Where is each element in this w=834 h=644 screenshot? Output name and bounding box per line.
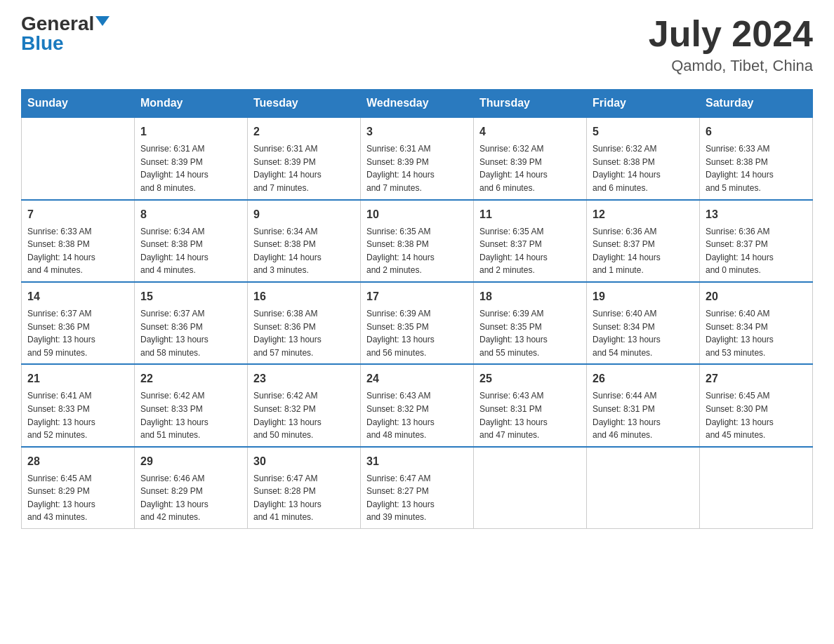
day-number: 13	[706, 206, 807, 223]
day-number: 1	[140, 123, 241, 140]
day-info-text: Sunrise: 6:45 AM Sunset: 8:30 PM Dayligh…	[706, 389, 807, 441]
day-number: 4	[479, 123, 581, 140]
day-info-text: Sunrise: 6:37 AM Sunset: 8:36 PM Dayligh…	[140, 307, 241, 359]
day-info-text: Sunrise: 6:45 AM Sunset: 8:29 PM Dayligh…	[27, 472, 128, 524]
calendar-day-cell: 22Sunrise: 6:42 AM Sunset: 8:33 PM Dayli…	[135, 364, 248, 446]
day-info-text: Sunrise: 6:37 AM Sunset: 8:36 PM Dayligh…	[27, 307, 128, 359]
calendar-day-cell: 25Sunrise: 6:43 AM Sunset: 8:31 PM Dayli…	[474, 364, 587, 446]
day-info-text: Sunrise: 6:42 AM Sunset: 8:32 PM Dayligh…	[253, 389, 355, 441]
day-number: 2	[253, 123, 355, 140]
month-year-title: July 2024	[649, 14, 813, 54]
day-number: 17	[366, 288, 468, 305]
calendar-day-cell: 10Sunrise: 6:35 AM Sunset: 8:38 PM Dayli…	[361, 200, 474, 282]
day-info-text: Sunrise: 6:39 AM Sunset: 8:35 PM Dayligh…	[479, 307, 581, 359]
day-info-text: Sunrise: 6:38 AM Sunset: 8:36 PM Dayligh…	[253, 307, 355, 359]
day-number: 15	[140, 288, 241, 305]
calendar-day-cell: 2Sunrise: 6:31 AM Sunset: 8:39 PM Daylig…	[248, 117, 361, 199]
day-number: 30	[253, 453, 355, 470]
calendar-day-cell: 29Sunrise: 6:46 AM Sunset: 8:29 PM Dayli…	[135, 447, 248, 529]
day-number: 10	[366, 206, 468, 223]
logo-general-text: General	[21, 14, 94, 34]
calendar-day-cell: 19Sunrise: 6:40 AM Sunset: 8:34 PM Dayli…	[587, 282, 700, 364]
calendar-day-cell: 3Sunrise: 6:31 AM Sunset: 8:39 PM Daylig…	[361, 117, 474, 199]
calendar-day-cell: 7Sunrise: 6:33 AM Sunset: 8:38 PM Daylig…	[22, 200, 135, 282]
day-number: 22	[140, 370, 241, 387]
title-section: July 2024 Qamdo, Tibet, China	[649, 14, 813, 75]
day-of-week-header: Friday	[587, 90, 700, 118]
day-number: 29	[140, 453, 241, 470]
calendar-week-row: 21Sunrise: 6:41 AM Sunset: 8:33 PM Dayli…	[22, 364, 813, 446]
calendar-day-cell: 1Sunrise: 6:31 AM Sunset: 8:39 PM Daylig…	[135, 117, 248, 199]
day-of-week-header: Monday	[135, 90, 248, 118]
day-info-text: Sunrise: 6:41 AM Sunset: 8:33 PM Dayligh…	[27, 389, 128, 441]
day-of-week-header: Sunday	[22, 90, 135, 118]
day-number: 28	[27, 453, 128, 470]
calendar-day-cell: 15Sunrise: 6:37 AM Sunset: 8:36 PM Dayli…	[135, 282, 248, 364]
day-info-text: Sunrise: 6:32 AM Sunset: 8:38 PM Dayligh…	[593, 142, 694, 194]
day-number: 6	[706, 123, 807, 140]
day-number: 25	[479, 370, 581, 387]
calendar-week-row: 1Sunrise: 6:31 AM Sunset: 8:39 PM Daylig…	[22, 117, 813, 199]
day-info-text: Sunrise: 6:44 AM Sunset: 8:31 PM Dayligh…	[593, 389, 694, 441]
calendar-day-cell: 21Sunrise: 6:41 AM Sunset: 8:33 PM Dayli…	[22, 364, 135, 446]
day-number: 16	[253, 288, 355, 305]
day-info-text: Sunrise: 6:31 AM Sunset: 8:39 PM Dayligh…	[253, 142, 355, 194]
calendar-day-cell	[700, 447, 813, 529]
day-of-week-header: Saturday	[700, 90, 813, 118]
calendar-day-cell: 12Sunrise: 6:36 AM Sunset: 8:37 PM Dayli…	[587, 200, 700, 282]
day-number: 26	[593, 370, 694, 387]
calendar-day-cell: 13Sunrise: 6:36 AM Sunset: 8:37 PM Dayli…	[700, 200, 813, 282]
day-info-text: Sunrise: 6:35 AM Sunset: 8:37 PM Dayligh…	[479, 225, 581, 277]
calendar-day-cell: 20Sunrise: 6:40 AM Sunset: 8:34 PM Dayli…	[700, 282, 813, 364]
day-info-text: Sunrise: 6:33 AM Sunset: 8:38 PM Dayligh…	[706, 142, 807, 194]
day-info-text: Sunrise: 6:42 AM Sunset: 8:33 PM Dayligh…	[140, 389, 241, 441]
calendar-day-cell: 8Sunrise: 6:34 AM Sunset: 8:38 PM Daylig…	[135, 200, 248, 282]
calendar-table: SundayMondayTuesdayWednesdayThursdayFrid…	[21, 89, 813, 529]
calendar-day-cell	[474, 447, 587, 529]
calendar-day-cell: 16Sunrise: 6:38 AM Sunset: 8:36 PM Dayli…	[248, 282, 361, 364]
calendar-day-cell: 14Sunrise: 6:37 AM Sunset: 8:36 PM Dayli…	[22, 282, 135, 364]
location-subtitle: Qamdo, Tibet, China	[649, 57, 813, 75]
day-number: 7	[27, 206, 128, 223]
day-info-text: Sunrise: 6:31 AM Sunset: 8:39 PM Dayligh…	[366, 142, 468, 194]
day-number: 8	[140, 206, 241, 223]
calendar-header-row: SundayMondayTuesdayWednesdayThursdayFrid…	[22, 90, 813, 118]
day-info-text: Sunrise: 6:46 AM Sunset: 8:29 PM Dayligh…	[140, 472, 241, 524]
day-info-text: Sunrise: 6:34 AM Sunset: 8:38 PM Dayligh…	[140, 225, 241, 277]
day-number: 31	[366, 453, 468, 470]
day-of-week-header: Wednesday	[361, 90, 474, 118]
calendar-day-cell: 31Sunrise: 6:47 AM Sunset: 8:27 PM Dayli…	[361, 447, 474, 529]
day-number: 19	[593, 288, 694, 305]
calendar-day-cell: 27Sunrise: 6:45 AM Sunset: 8:30 PM Dayli…	[700, 364, 813, 446]
calendar-day-cell: 11Sunrise: 6:35 AM Sunset: 8:37 PM Dayli…	[474, 200, 587, 282]
day-info-text: Sunrise: 6:32 AM Sunset: 8:39 PM Dayligh…	[479, 142, 581, 194]
day-of-week-header: Thursday	[474, 90, 587, 118]
logo: General Blue	[21, 14, 110, 53]
day-info-text: Sunrise: 6:47 AM Sunset: 8:27 PM Dayligh…	[366, 472, 468, 524]
calendar-day-cell: 28Sunrise: 6:45 AM Sunset: 8:29 PM Dayli…	[22, 447, 135, 529]
day-number: 27	[706, 370, 807, 387]
day-info-text: Sunrise: 6:36 AM Sunset: 8:37 PM Dayligh…	[593, 225, 694, 277]
calendar-week-row: 28Sunrise: 6:45 AM Sunset: 8:29 PM Dayli…	[22, 447, 813, 529]
calendar-day-cell: 5Sunrise: 6:32 AM Sunset: 8:38 PM Daylig…	[587, 117, 700, 199]
calendar-day-cell	[22, 117, 135, 199]
day-number: 5	[593, 123, 694, 140]
calendar-day-cell: 17Sunrise: 6:39 AM Sunset: 8:35 PM Dayli…	[361, 282, 474, 364]
day-info-text: Sunrise: 6:39 AM Sunset: 8:35 PM Dayligh…	[366, 307, 468, 359]
calendar-week-row: 7Sunrise: 6:33 AM Sunset: 8:38 PM Daylig…	[22, 200, 813, 282]
day-number: 12	[593, 206, 694, 223]
day-number: 18	[479, 288, 581, 305]
day-info-text: Sunrise: 6:35 AM Sunset: 8:38 PM Dayligh…	[366, 225, 468, 277]
calendar-week-row: 14Sunrise: 6:37 AM Sunset: 8:36 PM Dayli…	[22, 282, 813, 364]
logo-blue-text: Blue	[21, 32, 64, 54]
day-info-text: Sunrise: 6:33 AM Sunset: 8:38 PM Dayligh…	[27, 225, 128, 277]
calendar-day-cell: 26Sunrise: 6:44 AM Sunset: 8:31 PM Dayli…	[587, 364, 700, 446]
day-number: 23	[253, 370, 355, 387]
day-number: 21	[27, 370, 128, 387]
day-info-text: Sunrise: 6:40 AM Sunset: 8:34 PM Dayligh…	[706, 307, 807, 359]
day-info-text: Sunrise: 6:47 AM Sunset: 8:28 PM Dayligh…	[253, 472, 355, 524]
day-number: 3	[366, 123, 468, 140]
day-info-text: Sunrise: 6:43 AM Sunset: 8:31 PM Dayligh…	[479, 389, 581, 441]
day-info-text: Sunrise: 6:36 AM Sunset: 8:37 PM Dayligh…	[706, 225, 807, 277]
logo-triangle-icon	[95, 16, 110, 26]
